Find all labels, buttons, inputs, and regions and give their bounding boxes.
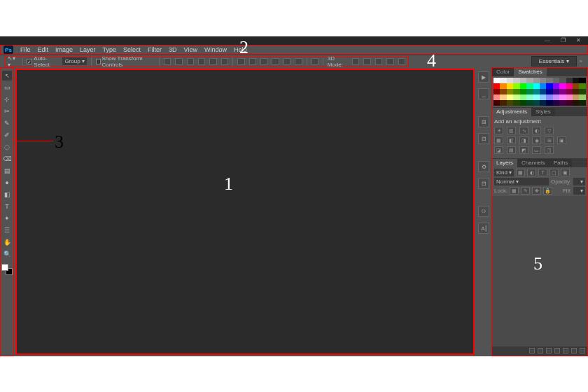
swatch[interactable] (566, 94, 573, 100)
new-layer-icon[interactable] (571, 348, 577, 354)
gradient-tool[interactable]: ▤ (2, 166, 12, 176)
distribute-icon[interactable] (284, 58, 290, 65)
swatch[interactable] (546, 100, 552, 106)
swatch[interactable] (533, 89, 540, 94)
swatch[interactable] (540, 100, 546, 106)
bw-adjustment-icon[interactable]: ◨ (519, 136, 528, 144)
properties-panel-icon[interactable]: ⊞ (478, 116, 489, 127)
type-tool[interactable]: T (2, 202, 12, 211)
tab-color[interactable]: Color (492, 68, 514, 76)
blend-mode-select[interactable]: Normal ▾ (494, 178, 549, 186)
auto-select-target[interactable]: Group ▾ (62, 57, 86, 65)
selective-color-adjustment-icon[interactable]: ◫ (545, 146, 554, 154)
swatches-grid[interactable] (492, 76, 587, 107)
swatch[interactable] (559, 100, 566, 106)
menu-layer[interactable]: Layer (80, 46, 96, 53)
swatch[interactable] (540, 94, 546, 100)
link-layers-icon[interactable] (529, 348, 535, 354)
swatch[interactable] (493, 89, 500, 94)
swatch[interactable] (546, 78, 552, 83)
eraser-tool[interactable]: ⌫ (2, 154, 12, 164)
align-icon[interactable] (198, 58, 205, 65)
menu-select[interactable]: Select (123, 46, 141, 53)
tab-styles[interactable]: Styles (531, 108, 555, 116)
align-icon[interactable] (175, 58, 182, 65)
filter-type-icon[interactable]: T (538, 169, 547, 176)
zoom-tool[interactable]: 🔍 (2, 249, 12, 259)
swatch[interactable] (493, 78, 500, 83)
swatch[interactable] (520, 78, 526, 83)
layer-filter-kind[interactable]: Kind ▾ (494, 169, 514, 176)
swatch[interactable] (526, 94, 533, 100)
swatch[interactable] (520, 100, 526, 106)
swatch[interactable] (559, 89, 566, 94)
swatch[interactable] (526, 83, 533, 89)
marquee-tool[interactable]: ▭ (2, 83, 12, 92)
swatch[interactable] (520, 83, 526, 89)
swatch[interactable] (507, 89, 513, 94)
tab-channels[interactable]: Channels (517, 159, 550, 167)
crop-tool[interactable]: ✂ (2, 106, 12, 116)
filter-shape-icon[interactable]: ▢ (550, 169, 559, 176)
new-fill-adjustment-icon[interactable] (554, 348, 560, 354)
swatch[interactable] (493, 100, 500, 106)
brush-panel-icon[interactable]: ୦ (478, 206, 489, 217)
swatch[interactable] (500, 83, 506, 89)
foreground-background-colors[interactable] (1, 264, 13, 275)
eyedropper-tool[interactable]: ✎ (2, 118, 12, 128)
distribute-icon[interactable] (237, 58, 244, 65)
swatch[interactable] (520, 89, 526, 94)
lock-all-icon[interactable]: 🔒 (543, 187, 552, 195)
clone-tool[interactable]: ● (2, 178, 12, 188)
new-group-icon[interactable] (563, 348, 568, 354)
document-canvas[interactable] (15, 69, 475, 355)
filter-smart-icon[interactable]: ▣ (561, 169, 570, 176)
threshold-adjustment-icon[interactable]: ◩ (519, 146, 528, 154)
swatch[interactable] (500, 78, 506, 83)
swatch[interactable] (559, 83, 566, 89)
swatch[interactable] (553, 78, 559, 83)
mode-3d-icon[interactable] (352, 58, 359, 65)
mode-3d-icon[interactable] (375, 58, 382, 65)
lock-transparency-icon[interactable]: ▦ (510, 187, 519, 195)
actions-panel-icon[interactable]: ⎯ (478, 88, 489, 99)
swatch[interactable] (540, 89, 546, 94)
swatch[interactable] (533, 94, 540, 100)
channel-mixer-adjustment-icon[interactable]: ⊞ (545, 136, 554, 144)
swatch[interactable] (513, 100, 519, 106)
menu-image[interactable]: Image (55, 46, 73, 53)
swatch[interactable] (566, 89, 573, 94)
swatch[interactable] (493, 83, 500, 89)
show-transform-checkbox[interactable]: Show Transform Controls (96, 55, 155, 68)
menu-window[interactable]: Window (204, 46, 227, 53)
photo-filter-adjustment-icon[interactable]: ◉ (532, 136, 541, 144)
distribute-icon[interactable] (295, 58, 302, 65)
swatch[interactable] (540, 78, 546, 83)
exposure-adjustment-icon[interactable]: ◐ (532, 127, 541, 134)
swatch[interactable] (553, 100, 559, 106)
workspace-selector[interactable]: Essentials ▾ (531, 56, 577, 66)
auto-select-checkbox[interactable]: Auto-Select: (27, 55, 58, 68)
swatch[interactable] (507, 78, 513, 83)
swatch[interactable] (520, 94, 526, 100)
layer-mask-icon[interactable] (546, 348, 552, 354)
vibrance-adjustment-icon[interactable]: ▽ (545, 127, 554, 134)
distribute-icon[interactable] (260, 58, 267, 65)
swatch[interactable] (507, 94, 513, 100)
swatch[interactable] (526, 100, 533, 106)
menu-file[interactable]: File (20, 46, 31, 53)
swatch[interactable] (533, 100, 540, 106)
swatch[interactable] (540, 83, 546, 89)
swatch[interactable] (533, 78, 540, 83)
swatch[interactable] (526, 78, 533, 83)
menu-edit[interactable]: Edit (38, 46, 49, 53)
tab-paths[interactable]: Paths (550, 159, 572, 167)
align-icon[interactable] (164, 58, 171, 65)
swatch[interactable] (579, 78, 585, 83)
swatch[interactable] (546, 94, 552, 100)
paragraph-styles-panel-icon[interactable]: Aǀ (478, 223, 489, 234)
menu-filter[interactable]: Filter (148, 46, 162, 53)
tab-swatches[interactable]: Swatches (514, 68, 547, 76)
menu-view[interactable]: View (184, 46, 197, 53)
current-tool-indicator[interactable]: ↖▾ ▾ (8, 55, 18, 68)
